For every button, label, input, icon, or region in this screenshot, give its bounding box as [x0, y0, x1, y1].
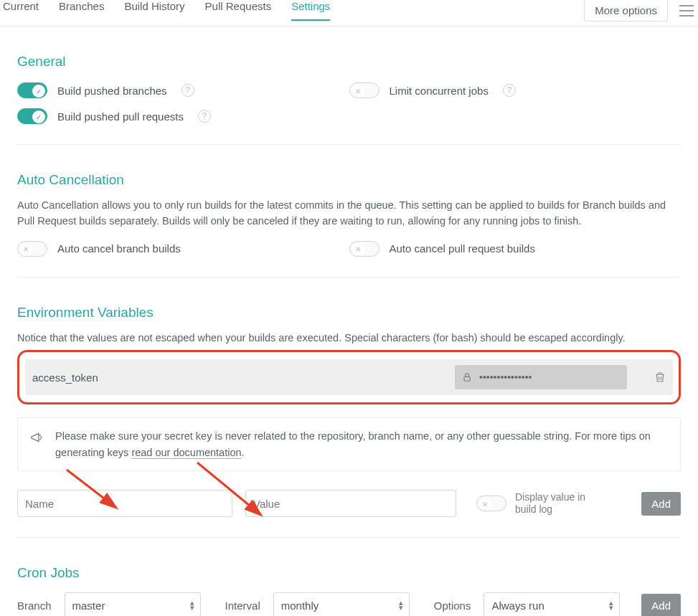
- hamburger-icon[interactable]: [679, 5, 694, 16]
- lock-icon: [462, 372, 472, 382]
- chevron-updown-icon: ▴▾: [190, 600, 194, 610]
- tab-current[interactable]: Current: [3, 0, 39, 21]
- tab-branches[interactable]: Branches: [59, 0, 104, 21]
- megaphone-icon: [29, 430, 45, 445]
- env-name-input[interactable]: [17, 490, 232, 517]
- svg-rect-0: [464, 377, 470, 382]
- tab-build-history[interactable]: Build History: [124, 0, 184, 21]
- label-auto-cancel-branch: Auto cancel branch builds: [57, 242, 181, 255]
- env-value-input[interactable]: [245, 490, 456, 517]
- cron-branch-label: Branch: [17, 600, 52, 612]
- cron-interval-select[interactable]: monthly ▴▾: [273, 592, 410, 616]
- section-title-env-vars: Environment Variables: [17, 305, 681, 321]
- tab-pull-requests[interactable]: Pull Requests: [205, 0, 272, 21]
- env-var-name: access_token: [32, 366, 435, 389]
- cron-interval-label: Interval: [225, 600, 260, 612]
- toggle-build-pushed-prs[interactable]: ✓: [17, 108, 47, 124]
- auto-cancel-description: Auto Cancellation allows you to only run…: [17, 198, 681, 229]
- cron-options-select[interactable]: Always run ▴▾: [484, 592, 620, 616]
- label-limit-concurrent-jobs: Limit concurrent jobs: [390, 85, 489, 97]
- section-title-cron-jobs: Cron Jobs: [17, 565, 681, 581]
- cron-branch-select[interactable]: master ▴▾: [65, 592, 201, 616]
- toggle-auto-cancel-pr[interactable]: ✕: [349, 241, 379, 257]
- env-var-value-masked: •••••••••••••••: [455, 365, 627, 389]
- toggle-display-value[interactable]: ✕: [476, 496, 506, 511]
- toggle-build-pushed-branches[interactable]: ✓: [17, 82, 47, 98]
- add-env-var-button[interactable]: Add: [641, 492, 681, 516]
- cron-options-label: Options: [434, 600, 471, 612]
- env-notice: Notice that the values are not escaped w…: [17, 331, 681, 346]
- label-auto-cancel-pr: Auto cancel pull request builds: [390, 242, 535, 255]
- toggle-limit-concurrent-jobs[interactable]: ✕: [349, 82, 379, 98]
- tip-box: Please make sure your secret key is neve…: [17, 417, 681, 471]
- delete-env-var-button[interactable]: [647, 362, 673, 392]
- tabs: Current Branches Build History Pull Requ…: [0, 0, 330, 21]
- section-title-auto-cancellation: Auto Cancellation: [17, 172, 681, 188]
- more-options-button[interactable]: More options: [584, 0, 668, 22]
- highlighted-env-row: access_token •••••••••••••••: [17, 350, 681, 404]
- label-build-pushed-prs: Build pushed pull requests: [57, 110, 184, 123]
- chevron-updown-icon: ▴▾: [399, 600, 403, 610]
- help-icon[interactable]: ?: [198, 110, 211, 123]
- trash-icon: [654, 371, 666, 384]
- tab-settings[interactable]: Settings: [291, 0, 330, 21]
- help-icon[interactable]: ?: [503, 84, 516, 97]
- toggle-auto-cancel-branch[interactable]: ✕: [17, 241, 47, 257]
- label-build-pushed-branches: Build pushed branches: [57, 85, 167, 97]
- label-display-value: Display value in build log: [515, 491, 594, 516]
- read-docs-link[interactable]: read our documentation: [131, 447, 241, 459]
- section-title-general: General: [17, 54, 681, 70]
- chevron-updown-icon: ▴▾: [609, 600, 613, 610]
- help-icon[interactable]: ?: [181, 84, 194, 97]
- add-cron-job-button[interactable]: Add: [641, 594, 681, 616]
